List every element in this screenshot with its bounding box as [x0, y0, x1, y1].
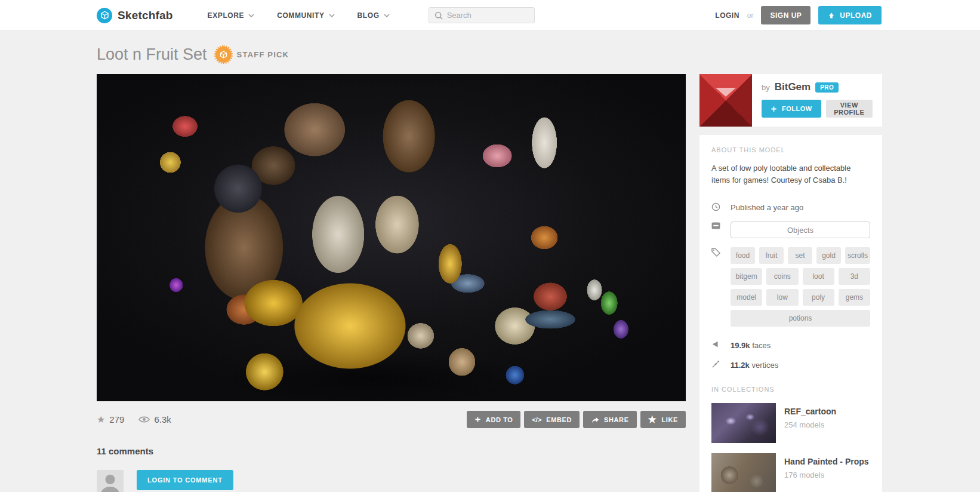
- collection-item[interactable]: REF_cartoon 254 models: [711, 403, 870, 443]
- main-menu: EXPLORE COMMUNITY BLOG: [208, 11, 390, 20]
- category-field[interactable]: Objects: [731, 222, 870, 238]
- embed-label: EMBED: [546, 416, 572, 423]
- signup-label: SIGN UP: [770, 11, 802, 20]
- nav-right: LOGIN or SIGN UP UPLOAD: [715, 6, 882, 24]
- tag[interactable]: food: [731, 247, 755, 264]
- embed-button[interactable]: </> EMBED: [524, 411, 580, 428]
- tag[interactable]: loot: [803, 268, 834, 285]
- faces-triangle-icon: [711, 340, 725, 348]
- follow-button[interactable]: FOLLOW: [762, 100, 821, 118]
- share-label: SHARE: [604, 416, 629, 423]
- category-label: Objects: [787, 226, 813, 235]
- faces-row: 19.9k faces: [711, 340, 870, 350]
- add-to-button[interactable]: ADD TO: [467, 411, 521, 428]
- pro-badge[interactable]: PRO: [815, 82, 839, 93]
- staff-pick-badge-icon: [215, 47, 232, 63]
- staff-pick-label: STAFF PICK: [237, 50, 289, 59]
- tag[interactable]: coins: [766, 268, 798, 285]
- title-row: Loot n Fruit Set STAFF PICK: [97, 45, 882, 64]
- vertices-row: 11.2k vertices: [711, 359, 870, 370]
- collections-heading: IN COLLECTIONS: [711, 386, 870, 393]
- vertices-icon: [711, 360, 725, 368]
- upload-label: UPLOAD: [840, 11, 872, 20]
- chevron-down-icon: [248, 14, 254, 17]
- author-avatar[interactable]: [699, 74, 752, 127]
- by-label: by: [762, 83, 770, 92]
- clock-icon: [711, 202, 725, 211]
- login-to-comment-label: LOGIN TO COMMENT: [147, 476, 223, 484]
- tag[interactable]: poly: [803, 289, 834, 306]
- follow-label: FOLLOW: [782, 105, 812, 112]
- like-button[interactable]: ★ LIKE: [640, 411, 686, 428]
- faces-label: faces: [752, 341, 771, 350]
- stats-row: ★ 279 6.3k: [97, 411, 686, 428]
- collection-count: 176 models: [784, 471, 869, 479]
- avatar: [97, 470, 124, 492]
- category-icon: [711, 222, 725, 229]
- share-button[interactable]: SHARE: [583, 411, 637, 428]
- collection-thumbnail: [711, 453, 776, 492]
- model-viewer-canvas[interactable]: [97, 74, 686, 401]
- eye-icon: [138, 416, 150, 423]
- faces-count: 19.9k: [731, 341, 750, 350]
- sketchfab-cube-icon: [97, 8, 112, 23]
- or-text: or: [747, 11, 754, 20]
- tag[interactable]: set: [788, 247, 812, 264]
- main-column: ★ 279 6.3k: [97, 74, 686, 492]
- tag[interactable]: scrolls: [845, 247, 870, 264]
- tag[interactable]: low: [766, 289, 798, 306]
- views-count: 6.3k: [154, 414, 171, 425]
- nav-item-label: BLOG: [358, 11, 380, 20]
- author-name[interactable]: BitGem: [775, 81, 810, 93]
- tag-icon: [711, 248, 725, 257]
- collection-title[interactable]: Hand Painted - Props: [784, 457, 869, 466]
- nav-item-label: EXPLORE: [208, 11, 245, 20]
- category-row: Objects: [711, 222, 870, 238]
- author-info: by BitGem PRO FOLLOW VIEW PROFILE: [752, 74, 882, 127]
- comments-heading: 11 comments: [97, 446, 686, 456]
- collection-thumbnail: [711, 403, 776, 443]
- view-profile-button[interactable]: VIEW PROFILE: [826, 100, 873, 118]
- tag[interactable]: gold: [816, 247, 841, 264]
- tag[interactable]: gems: [839, 289, 870, 306]
- share-arrow-icon: [591, 416, 599, 423]
- add-to-label: ADD TO: [486, 416, 513, 423]
- login-link[interactable]: LOGIN: [715, 11, 739, 20]
- sidebar: by BitGem PRO FOLLOW VIEW PROFILE: [699, 74, 882, 492]
- plus-icon: [474, 416, 481, 423]
- page-title: Loot n Fruit Set: [97, 45, 207, 64]
- published-row: Published a year ago: [711, 202, 870, 213]
- star-icon: ★: [648, 415, 657, 425]
- brand-name: Sketchfab: [118, 9, 173, 22]
- tag[interactable]: 3d: [839, 268, 870, 285]
- page-body: Loot n Fruit Set STAFF PICK ★ 279: [0, 45, 980, 492]
- nav-item-explore[interactable]: EXPLORE: [208, 11, 255, 20]
- top-nav: Sketchfab EXPLORE COMMUNITY BLOG: [0, 0, 980, 31]
- view-profile-label: VIEW PROFILE: [833, 102, 865, 116]
- login-to-comment-button[interactable]: LOGIN TO COMMENT: [137, 470, 233, 490]
- tag[interactable]: potions: [731, 310, 870, 327]
- like-label: LIKE: [662, 416, 678, 423]
- chevron-down-icon: [329, 14, 335, 17]
- tag[interactable]: bitgem: [731, 268, 762, 285]
- sketchfab-logo[interactable]: Sketchfab: [97, 8, 173, 23]
- vertices-label: vertices: [751, 361, 778, 370]
- search-box: [429, 7, 535, 23]
- code-icon: </>: [532, 416, 541, 423]
- search-icon: [434, 11, 443, 20]
- collection-count: 254 models: [784, 420, 836, 429]
- upload-button[interactable]: UPLOAD: [818, 6, 882, 24]
- signup-button[interactable]: SIGN UP: [761, 6, 810, 24]
- collection-title[interactable]: REF_cartoon: [784, 407, 836, 416]
- tag[interactable]: model: [731, 289, 762, 306]
- views-stat: 6.3k: [138, 414, 171, 425]
- about-heading: ABOUT THIS MODEL: [711, 146, 870, 153]
- search-input[interactable]: [447, 11, 529, 20]
- vertices-count: 11.2k: [731, 361, 750, 370]
- tag[interactable]: fruit: [759, 247, 784, 264]
- model-description: A set of low poly lootable and collectab…: [711, 162, 870, 186]
- nav-item-blog[interactable]: BLOG: [358, 11, 390, 20]
- nav-item-community[interactable]: COMMUNITY: [277, 11, 334, 20]
- collection-item[interactable]: Hand Painted - Props 176 models: [711, 453, 870, 492]
- tags-row: food fruit set gold scrolls bitgem coins…: [711, 247, 870, 331]
